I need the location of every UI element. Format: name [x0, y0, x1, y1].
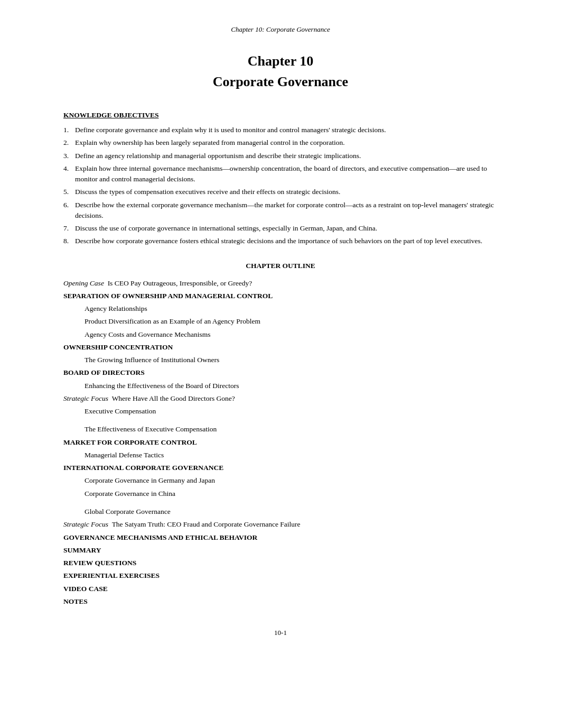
obj-num: 6.: [63, 200, 75, 210]
outline-item: SUMMARY: [63, 545, 498, 556]
opening-case-text: Is CEO Pay Outrageous, Irresponsible, or…: [108, 279, 253, 287]
outline-normal-item: The Effectiveness of Executive Compensat…: [63, 423, 498, 435]
outline-bold-item: INTERNATIONAL CORPORATE GOVERNANCE: [63, 462, 498, 474]
objective-item: 7.Discuss the use of corporate governanc…: [63, 223, 498, 234]
outline-item: SEPARATION OF OWNERSHIP AND MANAGERIAL C…: [63, 290, 498, 302]
outline-bold-item: BOARD OF DIRECTORS: [63, 367, 498, 379]
outline-item: Opening Case Is CEO Pay Outrageous, Irre…: [63, 278, 498, 289]
strategic-focus2-text: The Satyam Truth: CEO Fraud and Corporat…: [112, 520, 301, 528]
outline-bold-item: OWNERSHIP CONCENTRATION: [63, 342, 498, 353]
outline-normal-item: Enhancing the Effectiveness of the Board…: [63, 380, 498, 392]
header-text: Chapter 10: Corporate Governance: [231, 25, 330, 33]
outline-item: Agency Relationships: [63, 303, 498, 315]
outline-normal-item: The Growing Influence of Institutional O…: [63, 354, 498, 366]
obj-text: Discuss the use of corporate governance …: [75, 223, 495, 234]
objective-item: 2.Explain why ownership has been largely…: [63, 137, 498, 148]
objective-item: 3.Define an agency relationship and mana…: [63, 151, 498, 161]
objective-item: 6.Describe how the external corporate go…: [63, 200, 498, 222]
page-number: 10-1: [63, 629, 498, 637]
outline-bold-item: GOVERNANCE MECHANISMS AND ETHICAL BEHAVI…: [63, 532, 498, 543]
outline-item: Enhancing the Effectiveness of the Board…: [63, 380, 498, 392]
strategic-focus2-line: Strategic Focus The Satyam Truth: CEO Fr…: [63, 520, 301, 528]
obj-num: 8.: [63, 236, 75, 246]
obj-text: Describe how corporate governance foster…: [75, 236, 495, 246]
outline-bold-item: NOTES: [63, 596, 498, 607]
obj-num: 1.: [63, 125, 75, 135]
strategic-focus2-label: Strategic Focus: [63, 520, 108, 528]
chapter-outline: CHAPTER OUTLINE Opening Case Is CEO Pay …: [63, 262, 498, 608]
obj-num: 4.: [63, 163, 75, 174]
outline-normal-item: Agency Costs and Governance Mechanisms: [63, 329, 498, 340]
obj-text: Explain why ownership has been largely s…: [75, 137, 495, 148]
outline-bold-item: SUMMARY: [63, 545, 498, 556]
outline-item: Corporate Governance in Germany and Japa…: [63, 475, 498, 486]
obj-text: Discuss the types of compensation execut…: [75, 187, 495, 197]
outline-item: REVIEW QUESTIONS: [63, 557, 498, 569]
outline-item: INTERNATIONAL CORPORATE GOVERNANCE: [63, 462, 498, 474]
outline-bold-item: SEPARATION OF OWNERSHIP AND MANAGERIAL C…: [63, 290, 498, 302]
obj-text: Define an agency relationship and manage…: [75, 151, 495, 161]
opening-case-label: Opening Case: [63, 279, 104, 287]
obj-num: 3.: [63, 151, 75, 161]
outline-item: Managerial Defense Tactics: [63, 449, 498, 461]
page-header: Chapter 10: Corporate Governance: [63, 25, 498, 34]
obj-text: Describe how the external corporate gove…: [75, 200, 495, 222]
outline-bold-item: EXPERIENTIAL EXERCISES: [63, 570, 498, 582]
chapter-outline-heading: CHAPTER OUTLINE: [63, 262, 498, 270]
obj-num: 2.: [63, 137, 75, 148]
outline-item: Agency Costs and Governance Mechanisms: [63, 329, 498, 340]
strategic-focus-label: Strategic Focus: [63, 394, 108, 402]
outline-bold-item: MARKET FOR CORPORATE CONTROL: [63, 437, 498, 448]
outline-normal-item: Agency Relationships: [63, 303, 498, 315]
outline-bold-item: VIDEO CASE: [63, 583, 498, 595]
outline-item: The Effectiveness of Executive Compensat…: [63, 423, 498, 435]
outline-item: OWNERSHIP CONCENTRATION: [63, 342, 498, 353]
objective-item: 1.Define corporate governance and explai…: [63, 125, 498, 135]
obj-num: 5.: [63, 187, 75, 197]
outline-normal-item: Corporate Governance in China: [63, 488, 498, 500]
outline-item: Product Diversification as an Example of…: [63, 316, 498, 327]
outline-normal-item: Global Corporate Governance: [63, 506, 498, 518]
outline-normal-item: Executive Compensation: [63, 406, 498, 417]
objective-item: 8.Describe how corporate governance fost…: [63, 236, 498, 246]
outline-normal-item: Corporate Governance in Germany and Japa…: [63, 475, 498, 486]
outline-item: The Growing Influence of Institutional O…: [63, 354, 498, 366]
outline-item: NOTES: [63, 596, 498, 607]
strategic-focus-line: Strategic Focus Where Have All the Good …: [63, 394, 235, 402]
objective-item: 4.Explain how three internal governance …: [63, 163, 498, 185]
obj-text: Define corporate governance and explain …: [75, 125, 495, 135]
outline-item: EXPERIENTIAL EXERCISES: [63, 570, 498, 582]
outline-item: Global Corporate Governance: [63, 506, 498, 518]
chapter-title: Chapter 10 Corporate Governance: [63, 51, 498, 92]
outline-normal-item: Product Diversification as an Example of…: [63, 316, 498, 327]
opening-case-line: Opening Case Is CEO Pay Outrageous, Irre…: [63, 279, 252, 287]
strategic-focus-text: Where Have All the Good Directors Gone?: [112, 394, 235, 402]
outline-item: Strategic Focus Where Have All the Good …: [63, 393, 498, 404]
outline-item: VIDEO CASE: [63, 583, 498, 595]
page: Chapter 10: Corporate Governance Chapter…: [0, 0, 561, 728]
outline-spacer: [63, 418, 498, 423]
outline-item: Strategic Focus The Satyam Truth: CEO Fr…: [63, 519, 498, 530]
outline-spacer: [63, 501, 498, 506]
objectives-list: 1.Define corporate governance and explai…: [63, 125, 498, 247]
objective-item: 5.Discuss the types of compensation exec…: [63, 187, 498, 197]
outline-item: BOARD OF DIRECTORS: [63, 367, 498, 379]
outline-item: Executive Compensation: [63, 406, 498, 417]
obj-text: Explain how three internal governance me…: [75, 163, 495, 185]
outline-item: GOVERNANCE MECHANISMS AND ETHICAL BEHAVI…: [63, 532, 498, 543]
outline-items: Opening Case Is CEO Pay Outrageous, Irre…: [63, 278, 498, 608]
chapter-title-block: Chapter 10 Corporate Governance: [63, 51, 498, 92]
outline-bold-item: REVIEW QUESTIONS: [63, 557, 498, 569]
knowledge-objectives-heading: KNOWLEDGE OBJECTIVES: [63, 111, 498, 119]
obj-num: 7.: [63, 223, 75, 234]
outline-item: MARKET FOR CORPORATE CONTROL: [63, 437, 498, 448]
outline-normal-item: Managerial Defense Tactics: [63, 449, 498, 461]
outline-item: Corporate Governance in China: [63, 488, 498, 500]
